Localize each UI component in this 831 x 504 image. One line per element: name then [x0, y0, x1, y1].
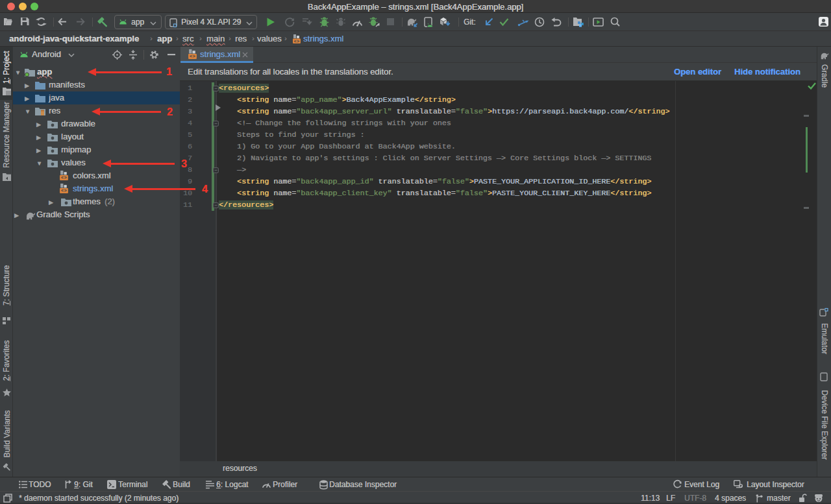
svg-text:<>: <> [294, 39, 299, 44]
svg-text:<>: <> [61, 175, 68, 180]
svg-text:<>: <> [61, 188, 68, 193]
svg-text:<>: <> [190, 54, 196, 59]
